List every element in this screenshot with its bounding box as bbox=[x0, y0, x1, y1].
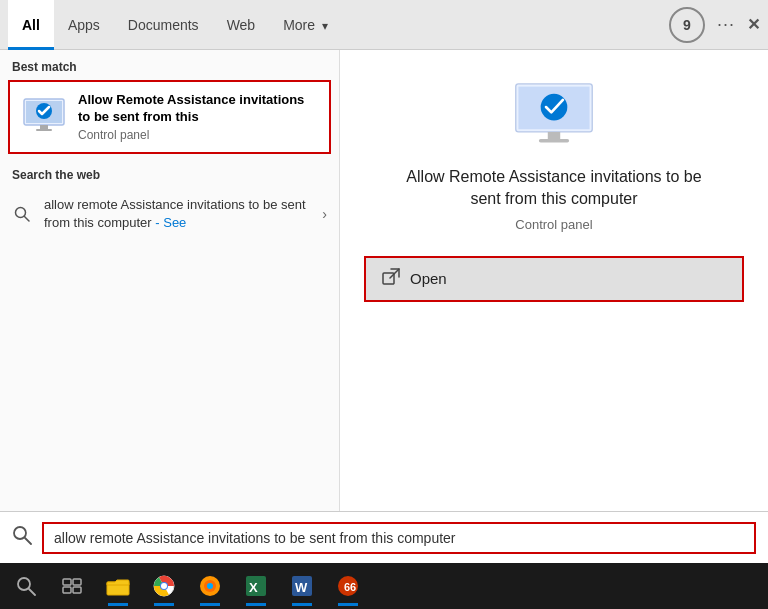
svg-rect-20 bbox=[63, 587, 71, 593]
detail-icon bbox=[514, 80, 594, 150]
tab-web[interactable]: Web bbox=[213, 0, 270, 50]
search-icon bbox=[12, 204, 32, 224]
bottom-search-icon bbox=[12, 525, 32, 550]
open-icon bbox=[382, 268, 400, 290]
web-search-item[interactable]: allow remote Assistance invitations to b… bbox=[0, 188, 339, 240]
taskbar: X W 66 bbox=[0, 563, 768, 609]
svg-rect-19 bbox=[73, 579, 81, 585]
tab-more[interactable]: More bbox=[269, 0, 342, 50]
svg-line-6 bbox=[25, 216, 30, 221]
tab-bar: All Apps Documents Web More 9 ··· ✕ bbox=[0, 0, 768, 50]
svg-rect-10 bbox=[539, 139, 569, 143]
ellipsis-button[interactable]: ··· bbox=[717, 14, 735, 35]
svg-line-17 bbox=[29, 589, 35, 595]
detail-subtitle: Control panel bbox=[515, 217, 592, 232]
svg-line-15 bbox=[25, 538, 31, 544]
web-search-text: allow remote Assistance invitations to b… bbox=[44, 196, 310, 232]
control-panel-icon bbox=[22, 95, 66, 139]
bottom-search-bar bbox=[0, 511, 768, 563]
taskbar-app7-button[interactable]: 66 bbox=[326, 564, 370, 608]
content-area: Best match bbox=[0, 50, 768, 511]
close-button[interactable]: ✕ bbox=[747, 15, 760, 34]
svg-rect-9 bbox=[548, 131, 560, 138]
tab-apps[interactable]: Apps bbox=[54, 0, 114, 50]
svg-point-25 bbox=[161, 583, 167, 589]
svg-rect-18 bbox=[63, 579, 71, 585]
best-match-text: Allow Remote Assistance invitations to b… bbox=[78, 92, 317, 142]
svg-text:66: 66 bbox=[344, 581, 356, 593]
chevron-down-icon bbox=[319, 17, 328, 33]
taskbar-excel-button[interactable]: X bbox=[234, 564, 278, 608]
search-window: All Apps Documents Web More 9 ··· ✕ bbox=[0, 0, 768, 609]
svg-rect-3 bbox=[36, 129, 52, 131]
svg-point-14 bbox=[14, 527, 26, 539]
tab-bar-right: 9 ··· ✕ bbox=[669, 7, 760, 43]
tab-all[interactable]: All bbox=[8, 0, 54, 50]
chevron-right-icon: › bbox=[322, 206, 327, 222]
best-match-item[interactable]: Allow Remote Assistance invitations to b… bbox=[8, 80, 331, 154]
notification-badge[interactable]: 9 bbox=[669, 7, 705, 43]
svg-point-28 bbox=[207, 583, 213, 589]
taskbar-search-button[interactable] bbox=[4, 564, 48, 608]
best-match-header: Best match bbox=[0, 50, 339, 80]
tab-documents[interactable]: Documents bbox=[114, 0, 213, 50]
svg-text:X: X bbox=[249, 580, 258, 595]
taskbar-firefox-button[interactable] bbox=[188, 564, 232, 608]
open-button[interactable]: Open bbox=[364, 256, 744, 302]
search-input[interactable] bbox=[42, 522, 756, 554]
taskbar-word-button[interactable]: W bbox=[280, 564, 324, 608]
right-panel: Allow Remote Assistance invitations to b… bbox=[340, 50, 768, 511]
svg-point-16 bbox=[18, 578, 30, 590]
web-search-header: Search the web bbox=[0, 162, 339, 188]
taskbar-taskview-button[interactable] bbox=[50, 564, 94, 608]
left-panel: Best match bbox=[0, 50, 340, 511]
svg-rect-2 bbox=[40, 125, 48, 129]
taskbar-explorer-button[interactable] bbox=[96, 564, 140, 608]
taskbar-chrome-button[interactable] bbox=[142, 564, 186, 608]
svg-rect-21 bbox=[73, 587, 81, 593]
detail-title: Allow Remote Assistance invitations to b… bbox=[394, 166, 714, 211]
monitor-svg bbox=[22, 97, 66, 137]
svg-text:W: W bbox=[295, 580, 308, 595]
